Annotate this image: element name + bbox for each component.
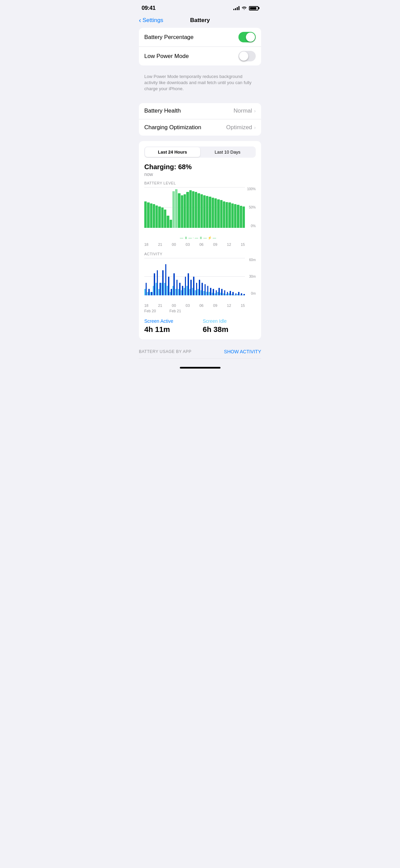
low-power-mode-row[interactable]: Low Power Mode [139,47,261,65]
activity-bar-group [240,258,242,295]
activity-bar-dark [173,273,175,295]
activity-bar-group [226,258,228,295]
activity-bar-dark [179,283,181,295]
activity-bars [144,258,245,295]
screen-active-label: Screen Active [144,318,197,324]
activity-bar-dark [168,277,169,295]
activity-bar-dark [221,289,223,295]
activity-bar-group [170,258,172,295]
battery-bar-item [214,198,217,228]
charging-optimization-row[interactable]: Charging Optimization Optimized › [139,119,261,136]
activity-x-labels: 1821000306091215 [144,303,256,308]
activity-bar-dark [213,289,214,295]
activity-bar-group [184,258,186,295]
activity-bar-dark [165,264,167,295]
activity-bar-dark [235,293,237,295]
battery-percentage-toggle[interactable] [238,32,256,42]
activity-bar-group [217,258,219,295]
screen-active-value: 4h 11m [144,325,197,334]
activity-bar-group [150,258,152,295]
activity-bar-dark [199,280,200,295]
activity-bar-group [197,258,200,295]
battery-health-value-group: Normal › [234,107,256,114]
activity-x-label-item: 06 [199,303,204,308]
activity-bar-dark [207,286,209,295]
date-labels-row: Feb 20 Feb 21 [144,309,256,313]
activity-bar-dark [171,289,172,295]
y-label-100: 100% [247,187,256,191]
battery-bar-item [175,189,177,228]
home-indicator [133,364,267,370]
activity-bar-group [212,258,214,295]
activity-chart: 60m 30m 0m [144,258,256,302]
battery-percentage-row[interactable]: Battery Percentage [139,28,261,47]
activity-bar-dark [154,273,155,295]
activity-bar-group [175,258,177,295]
battery-usage-section: BATTERY USAGE BY APP SHOW ACTIVITY [139,345,261,359]
battery-bar-item [192,191,194,228]
activity-bar-group [181,258,183,295]
low-power-mode-toggle[interactable] [238,51,256,61]
battery-bar-item [178,193,180,228]
last-10-days-tab[interactable]: Last 10 Days [200,147,255,157]
activity-bar-dark [162,270,164,295]
activity-label: ACTIVITY [144,252,256,256]
charging-opt-label: Charging Optimization [144,124,201,131]
battery-bar-item [201,194,203,228]
battery-bars [144,187,245,228]
activity-bar-group [206,258,208,295]
activity-bar-dark [151,292,152,295]
battery-bar-item [206,196,208,228]
x-label-item: 06 [199,242,204,246]
battery-bar-item [170,220,172,228]
activity-y-30: 30m [249,275,256,278]
last-24-hours-tab[interactable]: Last 24 Hours [145,147,200,157]
page-title: Battery [190,17,210,24]
activity-bar-group [231,258,234,295]
charging-opt-value: Optimized [226,124,252,131]
activity-y-labels: 60m 30m 0m [249,258,256,295]
activity-bar-group [158,258,161,295]
activity-x-label-item: 18 [144,303,148,308]
activity-y-0: 0m [251,292,256,295]
battery-bar-item [209,197,211,228]
activity-bar-dark [218,288,220,295]
battery-health-row[interactable]: Battery Health Normal › [139,103,261,119]
battery-bar-item [223,201,225,228]
activity-x-label-item: 15 [241,303,245,308]
battery-bar-item [158,206,161,228]
activity-bar-group [161,258,164,295]
show-activity-button[interactable]: SHOW ACTIVITY [224,349,261,354]
x-label-item: 15 [241,242,245,246]
x-label-item: 03 [186,242,190,246]
activity-x-label-item: 00 [172,303,176,308]
low-power-footer: Low Power Mode temporarily reduces backg… [139,71,261,98]
activity-bar-group [209,258,211,295]
activity-bar-dark [241,293,242,295]
battery-bar-item [153,204,155,228]
battery-bar-item [231,203,234,228]
battery-bar-item [220,200,223,228]
battery-chart: 100% 50% 0% [144,187,256,235]
chart-section: Last 24 Hours Last 10 Days Charging: 68%… [139,141,261,339]
x-label-item: 09 [213,242,217,246]
activity-bar-dark [182,286,183,295]
activity-y-60: 60m [249,258,256,262]
x-label-item: 18 [144,242,148,246]
battery-bar-item [167,216,169,228]
battery-bar-item [228,202,231,228]
battery-bar-item [195,192,197,228]
activity-bar-group [155,258,158,295]
activity-bar-dark [232,292,234,295]
activity-bar-group [167,258,169,295]
back-button[interactable]: ‹ Settings [139,17,163,24]
y-label-0: 0% [251,224,256,228]
battery-y-labels: 100% 50% 0% [247,187,256,228]
activity-bar-dark [230,291,231,295]
wifi-icon [241,5,247,11]
time-range-control[interactable]: Last 24 Hours Last 10 Days [144,146,256,158]
battery-bar-item [155,205,158,228]
activity-bar-dark [227,292,228,295]
activity-bar-group [220,258,223,295]
battery-bar-item [234,204,236,228]
